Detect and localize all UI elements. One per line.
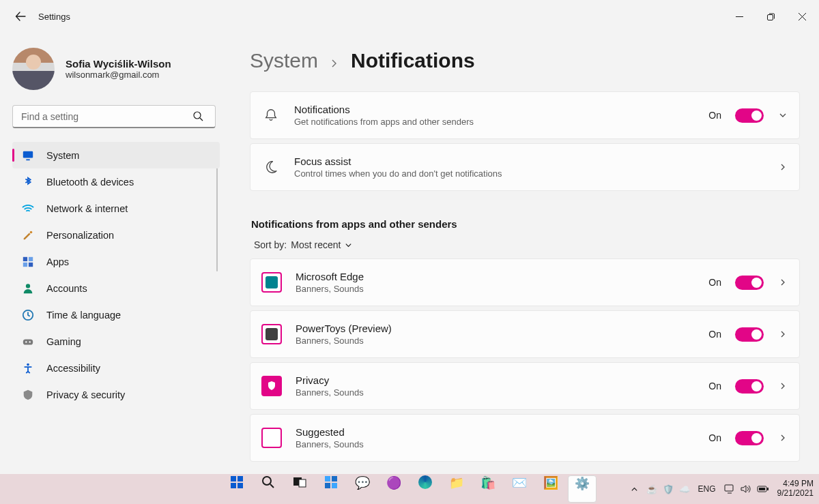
- minimize-button[interactable]: [723, 4, 755, 29]
- back-button[interactable]: [15, 11, 26, 22]
- app-notification-list: Microsoft EdgeBanners, SoundsOnPowerToys…: [250, 258, 800, 462]
- open-button[interactable]: [777, 278, 788, 286]
- focus-assist-card[interactable]: Focus assist Control times when you do a…: [250, 143, 800, 191]
- gamepad-icon: [22, 336, 34, 348]
- app-sub: Banners, Sounds: [296, 284, 695, 294]
- sidebar-item-gaming[interactable]: Gaming: [12, 328, 220, 355]
- sidebar-item-label: Accounts: [46, 283, 87, 294]
- maximize-button[interactable]: [755, 4, 786, 29]
- app-notification-card[interactable]: SuggestedBanners, SoundsOn: [250, 414, 800, 462]
- sidebar-item-privacy[interactable]: Privacy & security: [12, 381, 220, 408]
- clock[interactable]: 4:49 PM 9/21/2021: [777, 479, 814, 499]
- tray-icons: ☕ 🛡️ ☁️: [646, 484, 690, 494]
- close-icon: [799, 13, 806, 20]
- apps-section-title: Notifications from apps and other sender…: [251, 218, 800, 230]
- sidebar-item-accessibility[interactable]: Accessibility: [12, 355, 220, 381]
- chevron-right-icon: [330, 59, 339, 68]
- open-button[interactable]: [777, 382, 788, 390]
- svg-rect-0: [767, 14, 773, 20]
- app-notification-card[interactable]: PrivacyBanners, SoundsOn: [250, 362, 800, 410]
- sidebar-item-label: Personalization: [46, 230, 114, 241]
- row-title: Notifications: [294, 104, 695, 115]
- chevron-down-icon: [779, 111, 787, 119]
- open-button[interactable]: [777, 434, 788, 442]
- teams-icon: 🟣: [386, 475, 401, 503]
- row-subtitle: Control times when you do and don't get …: [294, 168, 764, 179]
- onedrive-icon[interactable]: ☁️: [679, 484, 690, 494]
- bell-icon: [261, 108, 281, 123]
- sort-dropdown[interactable]: Most recent: [291, 239, 352, 250]
- sidebar-item-accounts[interactable]: Accounts: [12, 275, 220, 301]
- brush-icon: [22, 229, 34, 241]
- clock-icon: [22, 309, 34, 321]
- security-icon[interactable]: 🛡️: [663, 484, 674, 494]
- teams-button[interactable]: 🟣: [379, 475, 408, 503]
- tray-app-icon[interactable]: ☕: [646, 484, 657, 494]
- sidebar-item-time[interactable]: Time & language: [12, 301, 220, 328]
- app-notification-card[interactable]: Microsoft EdgeBanners, SoundsOn: [250, 258, 800, 306]
- svg-rect-7: [23, 262, 27, 266]
- task-view-button[interactable]: [285, 475, 314, 503]
- toggle-state: On: [708, 432, 721, 443]
- folder-icon: 📁: [449, 475, 464, 503]
- shield-icon: [22, 389, 34, 401]
- arrow-left-icon: [15, 11, 26, 22]
- breadcrumb-parent[interactable]: System: [250, 49, 318, 72]
- start-button[interactable]: [222, 475, 251, 503]
- search-icon: [193, 111, 203, 121]
- explorer-button[interactable]: 📁: [442, 475, 471, 503]
- access-icon: [22, 362, 34, 374]
- app-toggle[interactable]: [735, 379, 764, 394]
- open-button[interactable]: [777, 330, 788, 338]
- svg-rect-16: [238, 476, 243, 481]
- svg-rect-26: [725, 485, 733, 491]
- svg-rect-18: [238, 483, 243, 488]
- settings-taskbar-button[interactable]: ⚙️: [568, 475, 597, 503]
- language-indicator[interactable]: ENG: [698, 484, 716, 494]
- notifications-toggle-card[interactable]: Notifications Get notifications from app…: [250, 91, 800, 139]
- sidebar-item-system[interactable]: System: [12, 142, 220, 168]
- app-toggle[interactable]: [735, 276, 764, 290]
- svg-rect-3: [26, 159, 29, 160]
- app-notification-card[interactable]: PowerToys (Preview)Banners, SoundsOn: [250, 310, 800, 358]
- monitor-icon: [22, 149, 34, 162]
- sidebar-item-network[interactable]: Network & internet: [12, 195, 220, 222]
- svg-rect-25: [332, 483, 337, 488]
- tray-overflow[interactable]: [631, 486, 638, 493]
- svg-rect-5: [23, 256, 27, 261]
- mail-button[interactable]: ✉️: [505, 475, 534, 503]
- svg-rect-15: [231, 476, 236, 481]
- svg-point-9: [26, 284, 30, 288]
- photos-button[interactable]: 🖼️: [536, 475, 565, 503]
- clock-date: 9/21/2021: [777, 489, 814, 499]
- svg-point-13: [29, 341, 31, 342]
- chevron-down-icon: [345, 241, 352, 249]
- taskbar-search[interactable]: [254, 475, 283, 503]
- app-toggle[interactable]: [735, 327, 764, 342]
- sidebar-item-personalize[interactable]: Personalization: [12, 222, 220, 248]
- breadcrumb-current: Notifications: [351, 49, 475, 72]
- open-button[interactable]: [777, 163, 788, 171]
- user-header[interactable]: Sofia Wyciślik-Wilson wilsonmark@gmail.c…: [12, 48, 220, 90]
- sidebar-item-apps[interactable]: Apps: [12, 248, 220, 275]
- clock-time: 4:49 PM: [777, 479, 814, 489]
- expand-button[interactable]: [777, 111, 788, 119]
- chat-button[interactable]: 💬: [348, 475, 377, 503]
- widgets-button[interactable]: [317, 475, 345, 503]
- svg-rect-23: [332, 476, 337, 481]
- sidebar-item-bluetooth[interactable]: Bluetooth & devices: [12, 168, 220, 195]
- edge-button[interactable]: [411, 475, 440, 503]
- main-content: System Notifications Notifications Get n…: [228, 33, 819, 474]
- app-toggle[interactable]: [735, 431, 764, 445]
- quick-settings[interactable]: [724, 484, 769, 494]
- app-icon: [261, 428, 282, 448]
- close-button[interactable]: [786, 4, 818, 29]
- search-input[interactable]: [12, 105, 216, 128]
- app-sub: Banners, Sounds: [296, 439, 695, 449]
- store-button[interactable]: 🛍️: [474, 475, 502, 503]
- svg-point-19: [263, 477, 271, 485]
- taskbar: 💬 🟣 📁 🛍️ ✉️ 🖼️ ⚙️ ☕ 🛡️ ☁️ ENG 4:49 PM 9/…: [0, 474, 819, 504]
- chevron-right-icon: [779, 278, 787, 286]
- notifications-toggle[interactable]: [735, 108, 764, 123]
- wifi-icon: [22, 203, 34, 215]
